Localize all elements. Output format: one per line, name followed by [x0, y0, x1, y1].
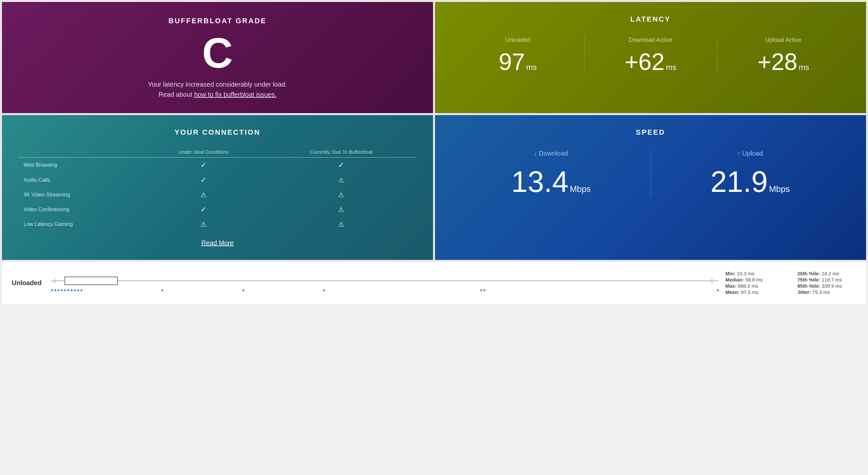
data-dot: [77, 289, 79, 291]
stats-label: Unloaded: [12, 279, 44, 287]
connection-current-check: ✓: [266, 158, 417, 173]
bufferbloat-link-prefix: Read about: [159, 91, 194, 98]
latency-value-download: +62: [625, 50, 664, 73]
warning-icon: ⚠: [338, 191, 344, 198]
check-icon: ✓: [200, 176, 206, 184]
read-more-link[interactable]: Read More: [202, 239, 234, 247]
latency-value-upload: +28: [757, 50, 797, 73]
stat-min: Min: 10.3 ms: [725, 271, 784, 276]
data-dot: [67, 289, 69, 291]
latency-unit-unloaded: ms: [526, 63, 537, 72]
data-dot: [71, 289, 72, 291]
latency-unit-download: ms: [666, 63, 676, 72]
latency-title: LATENCY: [630, 15, 671, 24]
check-icon: ✓: [338, 161, 344, 169]
stats-bar: Unloaded: [2, 262, 866, 304]
table-row: Video Conferencing ✓ ⚠: [18, 202, 417, 217]
data-dot: [81, 289, 83, 291]
connection-ideal-warn: ⚠: [141, 188, 266, 202]
latency-unit-upload: ms: [799, 63, 809, 72]
connection-row-label: Video Conferencing: [18, 202, 141, 217]
speed-value-upload: 21.9: [710, 167, 768, 196]
data-dot: [323, 289, 325, 291]
connection-col-label-empty: [18, 147, 141, 158]
check-icon: ✓: [200, 205, 206, 214]
stat-25th: 25th %ile: 24.2 ms: [797, 271, 856, 276]
table-row: Audio Calls ✓ ⚠: [18, 172, 417, 188]
warning-icon: ⚠: [338, 177, 344, 184]
data-dot: [54, 289, 56, 291]
stat-95th: 95th %ile: 339.9 ms: [797, 283, 856, 289]
check-icon: ✓: [200, 161, 206, 169]
latency-label-unloaded: Unloaded: [505, 37, 530, 43]
stat-jitter: Jitter: 75.3 ms: [797, 289, 856, 295]
warning-icon: ⚠: [338, 206, 344, 213]
data-dot: [480, 289, 482, 291]
speed-col-download: ↓ Download 13.4 Mbps: [451, 150, 651, 196]
connection-col-current: Currently, Due To Bufferbloat: [266, 147, 417, 158]
boxplot-line: [51, 281, 719, 281]
speed-panel: SPEED ↓ Download 13.4 Mbps ↑ Upload 21.9…: [435, 115, 866, 260]
speed-col-upload: ↑ Upload 21.9 Mbps: [651, 150, 850, 196]
stat-mean: Mean: 97.3 ms: [725, 289, 784, 295]
speed-columns: ↓ Download 13.4 Mbps ↑ Upload 21.9 Mbps: [451, 150, 850, 196]
boxplot-box: [64, 277, 118, 285]
connection-ideal-check: ✓: [141, 172, 266, 188]
data-dot: [61, 289, 63, 291]
connection-ideal-warn: ⚠: [141, 217, 266, 231]
connection-row-label: 4K Video Streaming: [18, 188, 141, 202]
latency-value-row-download: +62 ms: [625, 50, 676, 73]
latency-label-upload: Upload Active: [765, 37, 801, 43]
connection-table: Under Ideal Conditions Currently, Due To…: [18, 147, 417, 231]
stat-max: Max: 688.5 ms: [725, 283, 784, 289]
stats-numbers: Min: 10.3 ms 25th %ile: 24.2 ms Median: …: [725, 271, 856, 295]
data-dot: [51, 289, 53, 291]
speed-unit-upload: Mbps: [769, 184, 790, 194]
speed-label-download: ↓ Download: [534, 150, 568, 157]
data-dot: [64, 289, 66, 291]
bufferbloat-title: BUFFERBLOAT GRADE: [168, 17, 267, 25]
connection-current-warn: ⚠: [266, 188, 417, 202]
stat-median: Median: 58.8 ms: [725, 277, 784, 282]
bufferbloat-grade: C: [202, 32, 233, 74]
connection-ideal-check: ✓: [141, 202, 266, 217]
data-dot: [484, 289, 485, 291]
warning-icon: ⚠: [200, 191, 206, 198]
warning-icon: ⚠: [200, 221, 206, 228]
table-row: Web Browsing ✓ ✓: [18, 158, 417, 173]
data-dot: [161, 289, 163, 291]
speed-value-row-upload: 21.9 Mbps: [710, 167, 790, 196]
data-dot: [717, 289, 719, 291]
speed-title: SPEED: [636, 128, 665, 137]
connection-col-ideal: Under Ideal Conditions: [141, 147, 266, 158]
boxplot-right-cap: [712, 278, 712, 283]
connection-row-label: Low Latency Gaming: [18, 217, 141, 231]
bufferbloat-link[interactable]: how to fix bufferbloat issues.: [194, 91, 276, 98]
connection-ideal-check: ✓: [141, 158, 266, 173]
connection-panel: YOUR CONNECTION Under Ideal Conditions C…: [2, 115, 433, 260]
connection-current-warn: ⚠: [266, 202, 417, 217]
latency-value-row-upload: +28 ms: [757, 50, 809, 73]
data-dot: [58, 289, 60, 291]
latency-col-unloaded: Unloaded 97 ms: [451, 37, 584, 73]
connection-title: YOUR CONNECTION: [175, 128, 261, 137]
speed-value-download: 13.4: [511, 167, 568, 196]
speed-value-row-download: 13.4 Mbps: [511, 167, 591, 196]
bufferbloat-link-container: Read about how to fix bufferbloat issues…: [159, 91, 277, 98]
table-row: 4K Video Streaming ⚠ ⚠: [18, 188, 417, 202]
speed-unit-download: Mbps: [570, 184, 591, 194]
boxplot-left-cap: [54, 278, 55, 283]
connection-table-header-row: Under Ideal Conditions Currently, Due To…: [18, 147, 417, 158]
latency-label-download: Download Active: [629, 37, 672, 43]
table-row: Low Latency Gaming ⚠ ⚠: [18, 217, 417, 231]
connection-current-warn: ⚠: [266, 172, 417, 188]
latency-col-download: Download Active +62 ms: [584, 37, 717, 73]
bufferbloat-description: Your latency increased considerably unde…: [148, 81, 287, 88]
latency-panel: LATENCY Unloaded 97 ms Download Active +…: [435, 2, 866, 113]
latency-value-unloaded: 97: [499, 50, 525, 73]
stat-75th: 75th %ile: 118.7 ms: [797, 277, 856, 282]
connection-row-label: Audio Calls: [18, 172, 141, 188]
warning-icon: ⚠: [338, 221, 344, 228]
data-dot: [242, 289, 244, 291]
boxplot: [51, 274, 719, 287]
